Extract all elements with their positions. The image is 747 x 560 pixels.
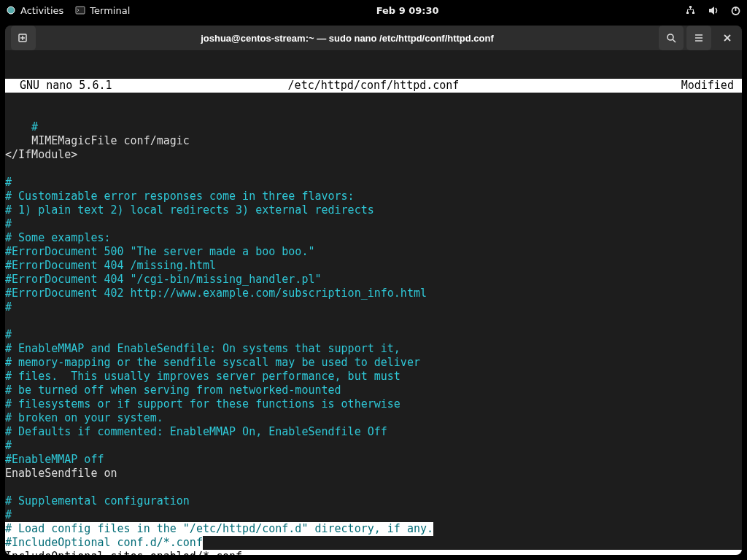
editor-line: # — [5, 328, 742, 342]
activities-button[interactable]: Activities — [6, 5, 63, 16]
editor-line: IncludeOptional sites-enabled/*.conf — [5, 550, 742, 555]
editor-line: # 1) plain text 2) local redirects 3) ex… — [5, 203, 742, 217]
editor-line — [5, 162, 742, 176]
editor-line: #ErrorDocument 402 http://www.example.co… — [5, 287, 742, 300]
editor-line — [5, 481, 742, 494]
editor-line: # — [5, 176, 742, 190]
editor-line: # Defaults if commented: EnableMMAP On, … — [5, 425, 742, 439]
app-menu-label: Terminal — [90, 5, 130, 16]
app-menu[interactable]: Terminal — [75, 5, 130, 16]
nano-header: GNU nano 5.6.1 /etc/httpd/conf/httpd.con… — [5, 79, 742, 93]
gnome-top-bar: Activities Terminal Feb 9 09:30 — [0, 0, 747, 20]
editor-line: # broken on your system. — [5, 411, 742, 425]
editor-line: #IncludeOptional conf.d/*.conf — [5, 536, 742, 550]
editor-line: # — [5, 300, 742, 314]
nano-editor-area[interactable]: # MIMEMagicFile conf/magic</IfModule>## … — [5, 120, 742, 555]
editor-line: #ErrorDocument 404 "/cgi-bin/missing_han… — [5, 273, 742, 287]
nano-filename: /etc/httpd/conf/httpd.conf — [249, 79, 498, 93]
svg-line-11 — [673, 39, 676, 42]
editor-line: # — [5, 508, 742, 522]
nano-version: GNU nano 5.6.1 — [7, 79, 249, 93]
editor-line: # Load config files in the "/etc/httpd/c… — [5, 522, 742, 536]
svg-point-10 — [667, 34, 673, 40]
power-icon[interactable] — [730, 5, 741, 16]
nano-status: Modified — [498, 79, 740, 93]
editor-line: # filesystems or if support for these fu… — [5, 397, 742, 411]
svg-point-0 — [7, 7, 15, 14]
volume-icon[interactable] — [708, 5, 719, 16]
editor-line: # files. This usually improves server pe… — [5, 370, 742, 384]
editor-line: # — [5, 217, 742, 231]
terminal-icon — [75, 5, 85, 15]
editor-line: # Some examples: — [5, 231, 742, 245]
svg-rect-4 — [692, 12, 694, 14]
svg-rect-2 — [689, 6, 692, 8]
editor-line — [5, 314, 742, 328]
editor-line: # — [5, 120, 742, 134]
activities-icon — [6, 5, 16, 15]
network-icon[interactable] — [685, 5, 696, 16]
svg-rect-1 — [76, 7, 85, 14]
window-title: joshua@centos-stream:~ — sudo nano /etc/… — [37, 33, 657, 44]
clock-label: Feb 9 09:30 — [376, 5, 439, 16]
svg-rect-3 — [686, 12, 689, 14]
editor-line: # Supplemental configuration — [5, 494, 742, 508]
editor-line: # memory-mapping or the sendfile syscall… — [5, 356, 742, 370]
clock[interactable]: Feb 9 09:30 — [376, 5, 439, 16]
editor-line: #ErrorDocument 500 "The server made a bo… — [5, 245, 742, 259]
editor-line: #ErrorDocument 404 /missing.html — [5, 259, 742, 273]
close-button[interactable] — [717, 28, 738, 48]
editor-line: </IfModule> — [5, 148, 742, 162]
terminal-window: joshua@centos-stream:~ — sudo nano /etc/… — [5, 26, 742, 555]
new-tab-button[interactable] — [11, 26, 36, 50]
editor-line: MIMEMagicFile conf/magic — [5, 134, 742, 148]
editor-line: # be turned off when serving from networ… — [5, 384, 742, 397]
terminal-content[interactable]: GNU nano 5.6.1 /etc/httpd/conf/httpd.con… — [5, 51, 742, 555]
editor-line: # Customizable error responses come in t… — [5, 190, 742, 203]
menu-button[interactable] — [686, 26, 711, 50]
editor-line: # EnableMMAP and EnableSendfile: On syst… — [5, 342, 742, 356]
editor-line: #EnableMMAP off — [5, 453, 742, 467]
search-button[interactable] — [659, 26, 684, 50]
editor-line: EnableSendfile on — [5, 467, 742, 481]
window-titlebar: joshua@centos-stream:~ — sudo nano /etc/… — [5, 26, 742, 51]
editor-line: # — [5, 439, 742, 453]
activities-label: Activities — [20, 5, 63, 16]
